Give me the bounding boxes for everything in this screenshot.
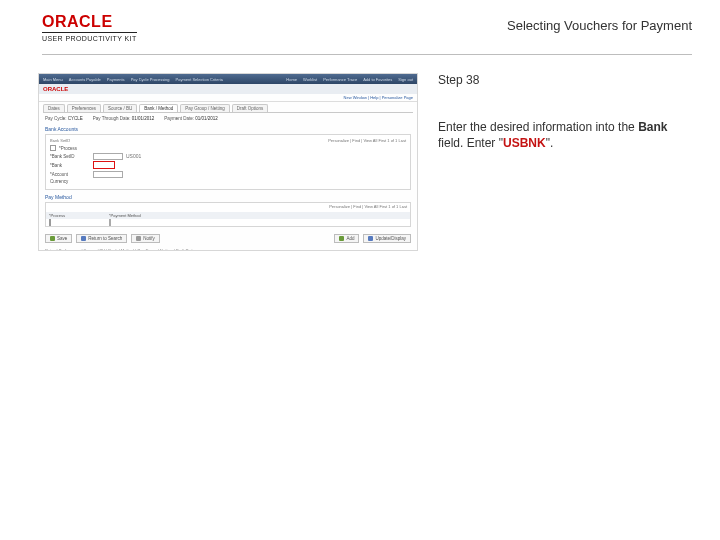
instr-part: field. Enter " [438, 136, 503, 150]
mini-btn-lbl: Save [57, 236, 67, 241]
mini-btn-lbl: Add [346, 236, 354, 241]
mini-btn-lbl: Update/Display [375, 236, 406, 241]
mini-return-btn: Return to Search [76, 234, 127, 243]
mini-toplink: Worklist [303, 77, 317, 82]
mini-lbl-process: *Process [59, 146, 99, 151]
brand-main: ORACLE [42, 14, 137, 30]
mini-nav-item: Pay Cycle Processing [131, 77, 170, 82]
mini-paycycle-v: 01/01/2012 [132, 116, 155, 121]
mini-checkbox [50, 145, 56, 151]
mini-toplink: Performance Trace [323, 77, 357, 82]
brand-sub: USER PRODUCTIVITY KIT [42, 32, 137, 42]
mini-btn-lbl: Notify [143, 236, 155, 241]
embedded-screenshot: Main Menu Accounts Payable Payments Pay … [38, 73, 418, 251]
mini-paycycle: Pay Cycle: CYCLE Pay Through Date: 01/01… [39, 113, 417, 124]
mini-tab: Dates [43, 104, 65, 112]
mini-tabs: Dates Preferences Source / BU Bank / Met… [39, 102, 417, 112]
mini-paycycle-k: Pay Cycle: [45, 116, 67, 121]
instr-bold-bank: Bank [638, 120, 667, 134]
mini-button-row: Save Return to Search Notify Add Update/… [39, 231, 417, 246]
mini-notify-btn: Notify [131, 234, 160, 243]
mini-pv-check [49, 219, 51, 226]
instr-part: ". [546, 136, 554, 150]
mini-paycycle-k: Payment Date: [164, 116, 194, 121]
mini-add-btn: Add [334, 234, 359, 243]
mini-footer-links: Dates | Preferences | Source / BU | Bank… [39, 246, 417, 252]
mini-pv-nav: Personalize | Find | View All First 1 of… [329, 204, 407, 209]
mini-lbl-bank: *Bank [50, 163, 90, 168]
mini-bank-field-highlight [93, 161, 115, 169]
mini-pv-method [109, 219, 111, 226]
mini-btn-lbl: Return to Search [88, 236, 122, 241]
mini-tab: Draft Options [232, 104, 269, 112]
mini-paymethod-panel: Personalize | Find | View All First 1 of… [45, 202, 411, 227]
mini-paycycle-v: 01/01/2012 [195, 116, 218, 121]
mini-pv-h2: *Payment Method [106, 212, 410, 219]
mini-paycycle-v: CYCLE [68, 116, 83, 121]
mini-section-bank: Bank Accounts [39, 124, 417, 132]
instr-part: Enter the desired information into the [438, 120, 638, 134]
mini-paycycle-k: Pay Through Date: [93, 116, 131, 121]
instr-bold-value: USBNK [503, 136, 546, 150]
mini-topbar: Main Menu Accounts Payable Payments Pay … [39, 74, 417, 84]
instruction-text: Enter the desired information into the B… [438, 119, 688, 151]
mini-section-paymethod: Pay Method [39, 192, 417, 200]
mini-input-setid [93, 153, 123, 160]
step-label: Step 38 [438, 73, 688, 87]
mini-nav-item: Main Menu [43, 77, 63, 82]
mini-lbl-currency: Currency [50, 179, 90, 184]
mini-pv-h1: *Process [46, 212, 106, 219]
mini-tab: Preferences [67, 104, 101, 112]
mini-save-btn: Save [45, 234, 72, 243]
mini-nav-item: Payments [107, 77, 125, 82]
mini-update-btn: Update/Display [363, 234, 411, 243]
mini-input-account [93, 171, 123, 178]
mini-panel-nav: Personalize | Find | View All First 1 of… [328, 138, 406, 143]
mini-pagebar: New Window | Help | Personalize Page [39, 94, 417, 102]
mini-lbl-account: *Account [50, 172, 90, 177]
mini-toplink: Sign out [398, 77, 413, 82]
mini-val-setid: US001 [126, 153, 141, 159]
mini-nav-item: Payment Selection Criteria [176, 77, 223, 82]
mini-tab: Source / BU [103, 104, 137, 112]
mini-tab-active: Bank / Method [139, 104, 178, 112]
mini-nav-item: Accounts Payable [69, 77, 101, 82]
mini-toplink: Home [286, 77, 297, 82]
oracle-logo: ORACLE USER PRODUCTIVITY KIT [42, 14, 137, 42]
mini-tab: Pay Group / Netting [180, 104, 230, 112]
mini-panel-label: Bank SetID [50, 138, 70, 143]
mini-toplink: Add to Favorites [363, 77, 392, 82]
page-title: Selecting Vouchers for Payment [507, 14, 692, 33]
mini-brandrow: ORACLE [39, 84, 417, 94]
mini-bank-panel: Bank SetID Personalize | Find | View All… [45, 134, 411, 190]
mini-lbl-setid: *Bank SetID [50, 154, 90, 159]
mini-oracle-logo: ORACLE [43, 86, 68, 92]
